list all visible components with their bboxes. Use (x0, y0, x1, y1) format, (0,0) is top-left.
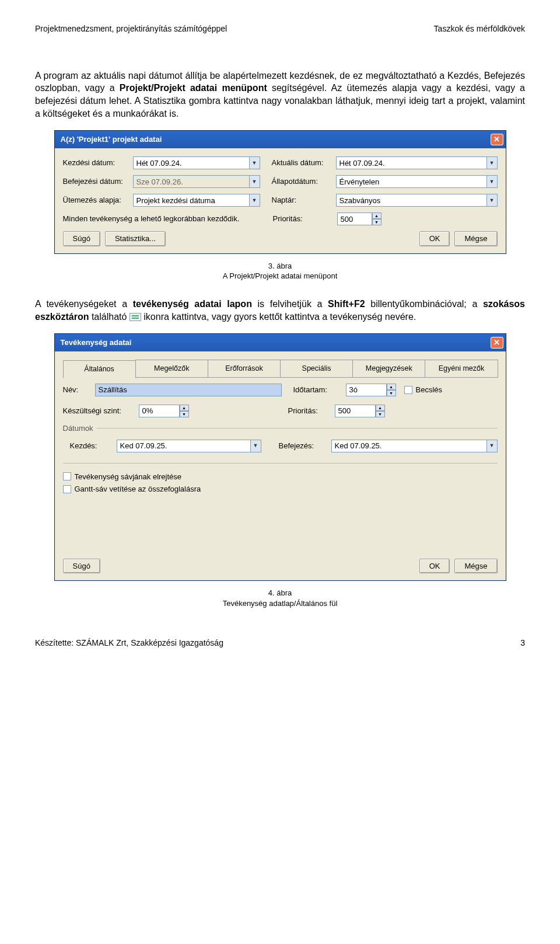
tab-strip: Általános Megelőzők Erőforrások Speciáli… (63, 360, 498, 378)
end-date-field: Sze 07.09.26. (133, 175, 250, 188)
lbl-calendar: Naptár: (272, 195, 336, 205)
calendar-field[interactable]: Szabványos (336, 194, 487, 207)
divider (63, 463, 498, 464)
chevron-down-icon[interactable]: ▼ (487, 194, 498, 207)
chevron-down-icon[interactable]: ▼ (251, 440, 261, 452)
lbl-status-date: Állapotdátum: (272, 176, 336, 187)
page-number: 3 (520, 638, 525, 649)
cancel-button[interactable]: Mégse (454, 231, 497, 246)
spin-up-icon[interactable]: ▲ (376, 405, 385, 411)
name-field[interactable]: Szállítás (95, 384, 282, 396)
tab-notes[interactable]: Megjegyzések (352, 360, 425, 378)
cancel-button[interactable]: Mégse (454, 559, 497, 574)
priority-field[interactable]: 500 (337, 213, 372, 225)
close-icon[interactable]: ✕ (491, 337, 503, 349)
lbl-rollup: Gantt-sáv vetítése az összefoglalásra (75, 484, 201, 494)
hide-bar-checkbox[interactable] (63, 472, 71, 480)
lbl-name: Név: (63, 385, 95, 395)
project-info-dialog: A(z) 'Projekt1' projekt adatai ✕ Kezdési… (54, 130, 506, 254)
figure-3-caption: 3. ábra A Projekt/Projekt adatai menüpon… (35, 261, 525, 281)
chevron-down-icon[interactable]: ▼ (250, 175, 260, 188)
paragraph-1: A program az aktuális napi dátumot állít… (35, 69, 525, 120)
priority2-field[interactable]: 500 (335, 405, 376, 417)
chevron-down-icon[interactable]: ▼ (250, 194, 260, 207)
lbl-end-date: Befejezési dátum: (63, 176, 133, 187)
schedule-note: Minden tevékenység a lehető legkorábban … (63, 214, 261, 224)
schedule-from-field[interactable]: Projekt kezdési dátuma (133, 194, 250, 207)
spin-up-icon[interactable]: ▲ (387, 384, 396, 390)
ok-button[interactable]: OK (419, 559, 450, 574)
estimate-checkbox[interactable] (404, 386, 412, 394)
lbl-end: Befejezés: (279, 441, 331, 451)
percent-field[interactable]: 0% (139, 405, 180, 417)
lbl-dates-group: Dátumok (63, 423, 93, 434)
chevron-down-icon[interactable]: ▼ (250, 156, 260, 169)
chevron-down-icon[interactable]: ▼ (487, 156, 498, 169)
tab-special[interactable]: Speciális (280, 360, 353, 378)
spin-down-icon[interactable]: ▼ (372, 219, 382, 225)
spin-down-icon[interactable]: ▼ (387, 390, 396, 396)
tab-resources[interactable]: Erőforrások (208, 360, 281, 378)
tab-custom[interactable]: Egyéni mezők (425, 360, 498, 378)
help-button[interactable]: Súgó (63, 231, 100, 246)
rollup-checkbox[interactable] (63, 485, 71, 493)
dialog2-title: Tevékenység adatai (61, 337, 132, 348)
start-field[interactable]: Ked 07.09.25. (117, 440, 251, 452)
chevron-down-icon[interactable]: ▼ (487, 440, 498, 452)
status-date-field[interactable]: Érvénytelen (336, 175, 487, 188)
lbl-start: Kezdés: (70, 441, 117, 451)
help-button[interactable]: Súgó (63, 559, 100, 574)
paragraph-2: A tevékenységeket a tevékenység adatai l… (35, 298, 525, 323)
footer-left: Készítette: SZÁMALK Zrt, Szakképzési Iga… (35, 638, 223, 649)
end-field[interactable]: Ked 07.09.25. (331, 440, 487, 452)
spin-down-icon[interactable]: ▼ (180, 411, 189, 417)
current-date-field[interactable]: Hét 07.09.24. (336, 156, 487, 169)
divider (97, 428, 498, 429)
figure-4-caption: 4. ábra Tevékenység adatlap/Általános fü… (35, 588, 525, 608)
start-date-field[interactable]: Hét 07.09.24. (133, 156, 250, 169)
lbl-hide-bar: Tevékenység sávjának elrejtése (75, 472, 182, 482)
lbl-priority2: Prioritás: (288, 406, 335, 416)
ok-button[interactable]: OK (419, 231, 450, 246)
lbl-duration: Időtartam: (293, 385, 346, 395)
dialog2-titlebar: Tevékenység adatai ✕ (55, 334, 506, 351)
duration-field[interactable]: 3ó (346, 384, 387, 396)
tab-general[interactable]: Általános (63, 360, 136, 378)
spin-up-icon[interactable]: ▲ (180, 405, 189, 411)
chevron-down-icon[interactable]: ▼ (487, 175, 498, 188)
lbl-priority: Prioritás: (273, 214, 337, 224)
lbl-current-date: Aktuális dátum: (272, 158, 336, 168)
lbl-schedule-from: Ütemezés alapja: (63, 195, 133, 205)
statistics-button[interactable]: Statisztika... (105, 231, 166, 246)
lbl-percent: Készültségi szint: (63, 406, 139, 416)
dialog1-titlebar: A(z) 'Projekt1' projekt adatai ✕ (55, 131, 506, 148)
spin-down-icon[interactable]: ▼ (376, 411, 385, 417)
tab-predecessors[interactable]: Megelőzők (135, 360, 208, 378)
close-icon[interactable]: ✕ (491, 134, 503, 145)
header-right: Taszkok és mérföldkövek (434, 23, 525, 34)
spin-up-icon[interactable]: ▲ (372, 213, 382, 219)
lbl-estimate: Becslés (416, 385, 443, 395)
task-info-dialog: Tevékenység adatai ✕ Általános Megelőzők… (54, 333, 506, 581)
dialog1-title: A(z) 'Projekt1' projekt adatai (61, 134, 162, 145)
toolbar-icon (130, 313, 141, 321)
lbl-start-date: Kezdési dátum: (63, 158, 133, 168)
header-left: Projektmenedzsment, projektirányítás szá… (35, 23, 227, 34)
